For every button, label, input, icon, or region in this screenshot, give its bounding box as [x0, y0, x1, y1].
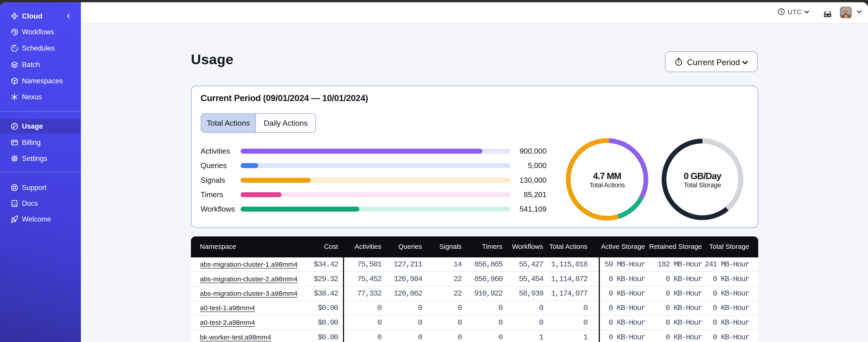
svg-text:Total Storage: Total Storage	[684, 181, 721, 189]
svg-text:Total Actions: Total Actions	[589, 181, 625, 189]
svg-text:0 GB/Day: 0 GB/Day	[684, 171, 722, 181]
svg-text:4.7 MM: 4.7 MM	[593, 171, 621, 181]
